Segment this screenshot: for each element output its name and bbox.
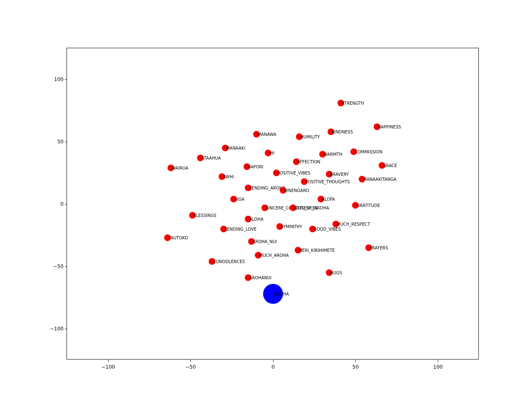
scatter-point	[350, 148, 357, 155]
scatter-point	[365, 244, 372, 251]
scatter-point	[328, 128, 334, 135]
scatter-point-label: GRATITUDE	[356, 203, 380, 208]
scatter-point	[309, 226, 316, 232]
x-tick	[355, 360, 356, 362]
scatter-point	[261, 204, 268, 211]
scatter-point	[209, 258, 215, 265]
scatter-axes: −100−50050100−100−50050100STRENGTHHAPPIN…	[66, 48, 479, 360]
x-tick	[273, 360, 273, 362]
figure: −100−50050100−100−50050100STRENGTHHAPPIN…	[0, 0, 532, 399]
scatter-point	[276, 223, 283, 230]
scatter-point-label: WARMTH	[323, 152, 342, 157]
scatter-point	[290, 204, 296, 211]
scatter-point-label: KINDNESS	[332, 130, 353, 134]
scatter-point	[337, 100, 344, 106]
scatter-point	[245, 216, 251, 222]
scatter-point-label: WAIRUA	[172, 166, 188, 170]
scatter-point-label: LOTS_OF_AROHA	[294, 206, 329, 210]
scatter-point	[265, 150, 271, 156]
scatter-point	[167, 165, 174, 171]
y-tick-label: 0	[60, 201, 67, 207]
scatter-point-label: MERI_KIRIHIMETE	[299, 248, 335, 253]
scatter-point	[293, 158, 300, 165]
scatter-point	[230, 196, 237, 202]
scatter-point-label: CONDOLENCES	[213, 259, 245, 264]
scatter-point-label: BLESSINGS	[193, 213, 217, 218]
scatter-point	[273, 170, 280, 176]
scatter-point-label: MANAAKITANGA	[363, 177, 397, 182]
scatter-point	[301, 178, 308, 185]
y-tick-label: 100	[54, 76, 67, 82]
scatter-point	[255, 252, 261, 259]
x-tick	[190, 360, 191, 362]
scatter-point-label: COMPASSION	[355, 150, 382, 154]
scatter-point	[359, 176, 365, 182]
scatter-point-label: AROHA_NUI	[252, 239, 277, 244]
scatter-point	[379, 162, 385, 169]
scatter-point-label: TAUTOKO	[168, 236, 188, 240]
scatter-point-label: MUCH_RESPECT	[337, 222, 370, 227]
scatter-point-label: HUMILITY	[300, 135, 320, 139]
scatter-point	[295, 247, 301, 254]
scatter-point-label: GOOD_VIBES	[313, 227, 341, 232]
scatter-point	[263, 284, 283, 304]
scatter-point-label: POSITIVE_VIBES	[277, 171, 310, 175]
scatter-point	[219, 173, 225, 180]
scatter-point-label: SYMPATHY	[281, 224, 302, 229]
scatter-point	[248, 238, 255, 245]
scatter-point	[332, 221, 339, 227]
y-tick-label: −100	[50, 326, 67, 332]
scatter-point	[220, 226, 227, 232]
scatter-point	[280, 187, 286, 194]
scatter-point-label: ATAAHUA	[201, 156, 221, 160]
scatter-point-label: STRENGTH	[342, 101, 364, 106]
scatter-point	[319, 151, 326, 158]
scatter-point	[245, 185, 251, 191]
x-tick-label: 100	[433, 364, 443, 370]
x-tick-label: −100	[101, 364, 115, 370]
scatter-point	[296, 133, 303, 140]
x-tick-label: 0	[271, 364, 275, 370]
scatter-point	[189, 212, 196, 219]
scatter-point-label: PRAYERS	[369, 246, 388, 250]
scatter-point	[318, 196, 324, 202]
scatter-point-label: HINENGARO	[284, 188, 309, 193]
x-tick	[438, 360, 438, 362]
scatter-point-label: BRAVERY	[330, 172, 349, 177]
scatter-point-label: MANAAKI	[226, 146, 245, 150]
scatter-point	[222, 145, 229, 151]
scatter-point	[326, 171, 332, 177]
scatter-point-label: SENDING_LOVE	[224, 227, 256, 232]
scatter-point-label: AFFECTION	[297, 160, 320, 164]
y-tick-label: −50	[53, 264, 67, 269]
scatter-point	[244, 163, 250, 170]
scatter-point	[245, 274, 251, 281]
scatter-point	[352, 202, 359, 209]
scatter-point	[164, 234, 171, 241]
scatter-point-label: MUCH_AROHA	[259, 253, 288, 258]
scatter-point	[374, 123, 380, 130]
y-tick-label: 50	[57, 139, 67, 145]
scatter-point-label: POSITIVE_THOUGHTS	[305, 180, 350, 184]
scatter-point	[197, 155, 204, 161]
scatter-point	[253, 131, 260, 138]
x-tick-label: −50	[185, 364, 196, 370]
scatter-point-label: AROHANUI	[249, 276, 271, 280]
scatter-point-label: MANAWA	[257, 132, 276, 137]
x-tick	[108, 360, 108, 362]
x-tick-label: 50	[352, 364, 359, 370]
scatter-point-label: HAPPINESS	[378, 125, 401, 129]
scatter-point	[326, 269, 332, 276]
